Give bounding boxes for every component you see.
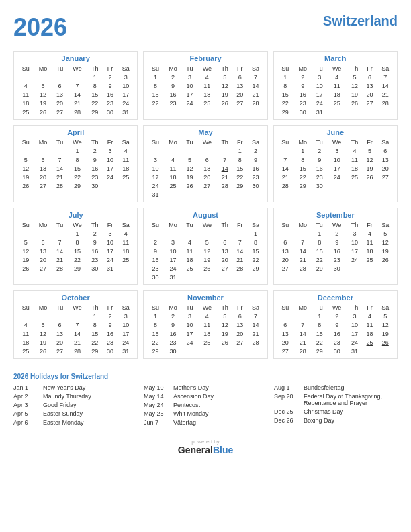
day-cell: 13: [197, 164, 217, 173]
calendar-grid: JanuarySuMoTuWeThFrSa1234567891011121314…: [13, 51, 398, 359]
day-cell: [277, 146, 293, 155]
week-row: 2728293031: [277, 347, 394, 355]
day-cell: 18: [363, 329, 377, 338]
week-row: 21222324252627: [277, 173, 394, 181]
brand-general: General: [178, 445, 213, 455]
day-cell: 9: [247, 155, 263, 164]
day-cell: 25: [118, 173, 134, 181]
day-cell: 9: [103, 320, 118, 329]
week-row: 123: [17, 73, 134, 81]
weekday-header: Th: [217, 138, 232, 146]
day-cell: 6: [34, 155, 52, 164]
day-cell: 15: [232, 164, 247, 173]
day-cell: 9: [327, 320, 347, 329]
week-row: 25262728293031: [17, 107, 134, 116]
week-row: 20212223242526: [277, 338, 394, 347]
day-cell: 16: [87, 164, 103, 173]
day-cell: 16: [327, 247, 347, 255]
day-cell: 28: [232, 264, 247, 273]
day-cell: 14: [67, 90, 87, 99]
day-cell: 11: [182, 247, 197, 255]
holiday-item: Jun 7Vätertag: [144, 419, 267, 426]
week-row: 45678910: [17, 320, 134, 329]
week-row: 11121314151617: [17, 90, 134, 99]
day-cell: 17: [103, 247, 118, 255]
weekday-header: Sa: [118, 304, 134, 312]
day-cell: 7: [377, 73, 394, 81]
day-cell: 28: [277, 181, 293, 190]
day-cell: 30: [103, 107, 118, 116]
day-cell: 22: [87, 338, 103, 347]
day-cell: 21: [232, 255, 247, 264]
day-cell: 13: [232, 320, 247, 329]
day-cell: 28: [247, 338, 263, 347]
day-cell: 20: [363, 90, 377, 99]
week-row: 2627282930: [17, 181, 134, 190]
weekday-header: Su: [277, 138, 293, 146]
day-cell: 14: [293, 247, 312, 255]
day-cell: 19: [197, 255, 217, 264]
day-cell: 11: [17, 90, 34, 99]
day-cell: [247, 347, 263, 355]
day-cell: 13: [232, 81, 247, 90]
day-cell: 20: [277, 255, 293, 264]
weekday-header: Sa: [377, 64, 394, 73]
day-cell: 29: [277, 107, 293, 116]
day-cell: 8: [147, 81, 163, 90]
page-header: 2026 Switzerland: [13, 13, 398, 42]
day-cell: 9: [293, 81, 312, 90]
day-cell: [277, 229, 293, 238]
day-cell: 29: [147, 347, 163, 355]
day-cell: 18: [17, 99, 34, 107]
day-cell: 26: [377, 338, 394, 347]
weekday-header: Mo: [164, 221, 183, 229]
week-row: 16171819202122: [147, 255, 263, 264]
day-cell: 1: [87, 73, 103, 81]
day-cell: 9: [103, 81, 118, 90]
day-cell: 20: [377, 164, 394, 173]
day-cell: 15: [147, 329, 163, 338]
holiday-item: Dec 25Christmas Day: [274, 408, 398, 415]
month-block-january: JanuarySuMoTuWeThFrSa1234567891011121314…: [13, 51, 138, 120]
day-cell: 2: [327, 229, 347, 238]
day-cell: 30: [312, 181, 327, 190]
day-cell: 30: [247, 181, 263, 190]
week-row: 123456: [277, 146, 394, 155]
week-row: 20212223242526: [277, 255, 394, 264]
month-block-may: MaySuMoTuWeThFrSa12345678910111213141516…: [143, 125, 267, 202]
week-row: 2345678: [147, 238, 263, 247]
weekday-header: Su: [277, 304, 293, 312]
day-cell: [164, 190, 183, 199]
week-row: 293031: [277, 107, 394, 116]
day-cell: 4: [164, 155, 183, 164]
day-cell: 14: [293, 329, 312, 338]
day-cell: 24: [182, 338, 197, 347]
day-cell: 7: [277, 155, 293, 164]
day-cell: 26: [217, 99, 232, 107]
holidays-grid: Jan 1New Year's DayApr 2Maundy ThursdayA…: [13, 384, 398, 428]
holiday-item: May 24Pentecost: [144, 402, 267, 408]
holiday-date: Apr 3: [13, 402, 39, 408]
day-cell: 7: [293, 320, 312, 329]
week-row: 15161718192021: [147, 90, 263, 99]
month-table: SuMoTuWeThFrSa12345678910111213141516171…: [277, 304, 394, 355]
day-cell: 24: [327, 173, 347, 181]
day-cell: 5: [363, 146, 377, 155]
day-cell: 7: [52, 155, 67, 164]
brand-blue: Blue: [213, 445, 233, 455]
month-table: SuMoTuWeThFrSa12345678910111213141516171…: [147, 221, 263, 281]
month-table: SuMoTuWeThFrSa12345678910111213141516171…: [147, 138, 263, 199]
day-cell: 28: [377, 99, 394, 107]
week-row: 6789101112: [277, 320, 394, 329]
day-cell: 23: [103, 338, 118, 347]
day-cell: [182, 146, 197, 155]
day-cell: 15: [312, 329, 327, 338]
day-cell: 23: [164, 99, 183, 107]
weekday-header: Th: [347, 304, 362, 312]
day-cell: 30: [103, 347, 118, 355]
holiday-item: May 10Mother's Day: [144, 384, 267, 391]
day-cell: 8: [87, 81, 103, 90]
day-cell: 3: [347, 312, 362, 320]
day-cell: 6: [217, 238, 232, 247]
day-cell: 16: [293, 90, 312, 99]
